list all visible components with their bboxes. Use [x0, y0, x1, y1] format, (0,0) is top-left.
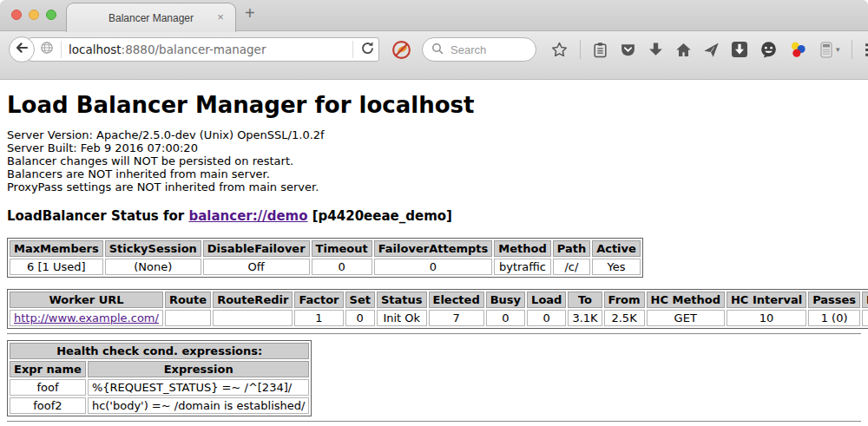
- col-expr-name: Expr name: [10, 361, 86, 377]
- url-host: localhost: [69, 43, 122, 56]
- col-active: Active: [592, 240, 641, 257]
- table-title-row: Health check cond. expressions:: [10, 343, 309, 359]
- video-downloadhelper-icon[interactable]: [789, 41, 807, 59]
- balancer-settings-table: MaxMembers StickySession DisableFailover…: [7, 238, 643, 278]
- tab-title: Balancer Manager: [108, 12, 194, 24]
- table-row: 6 [1 Used] (None) Off 0 0 bytraffic /c/ …: [10, 259, 641, 275]
- table-row: foof %{REQUEST_STATUS} =~ /^[234]/: [10, 379, 309, 396]
- browser-tab[interactable]: Balancer Manager ×: [66, 3, 236, 32]
- hc-interval-value: 10: [727, 310, 806, 326]
- col-path: Path: [553, 240, 590, 257]
- maxmembers-value: 6 [1 Used]: [10, 259, 103, 275]
- from-value: 2.5K: [604, 310, 645, 326]
- balancer-demo-link[interactable]: balancer://demo: [188, 208, 307, 224]
- server-built-line: Server Built: Feb 9 2016 07:00:20: [7, 141, 861, 154]
- search-input[interactable]: [449, 43, 527, 57]
- passes-value: 1 (0): [808, 310, 860, 326]
- factor-value: 1: [294, 310, 343, 326]
- server-version-line: Server Version: Apache/2.5.0-dev (Unix) …: [7, 128, 861, 141]
- col-passes: Passes: [808, 292, 860, 308]
- method-value: bytraffic: [494, 259, 550, 275]
- bookmarks-clipboard-icon[interactable]: [592, 42, 608, 58]
- col-from: From: [604, 292, 645, 308]
- tab-close-icon[interactable]: ×: [214, 10, 227, 24]
- col-route: Route: [165, 292, 211, 308]
- proxypass-notice-line: ProxyPass settings are NOT inherited fro…: [7, 180, 861, 193]
- page-title: Load Balancer Manager for localhost: [7, 92, 861, 118]
- url-bar[interactable]: localhost:8880/balancer-manager: [29, 37, 379, 62]
- col-maxmembers: MaxMembers: [10, 240, 103, 257]
- health-table-title: Health check cond. expressions:: [10, 343, 309, 359]
- page-content: Load Balancer Manager for localhost Serv…: [0, 92, 868, 423]
- route-value: [165, 310, 211, 326]
- download-extension-icon[interactable]: [731, 41, 748, 58]
- table-row: foof2 hc('body') =~ /domain is establish…: [10, 397, 309, 414]
- col-status: Status: [377, 292, 427, 308]
- chevron-down-icon[interactable]: ▾: [836, 45, 840, 54]
- emoji-chat-extension-icon[interactable]: [760, 41, 778, 59]
- failoverattempts-value: 0: [374, 259, 493, 275]
- toolbar-separator: [580, 40, 581, 59]
- routeredir-value: [213, 310, 293, 326]
- col-hc-method: HC Method: [647, 292, 725, 308]
- table-row: http://www.example.com/ 1 0 Init Ok 7 0 …: [10, 310, 868, 326]
- container-extension-icon[interactable]: ▾: [819, 41, 840, 59]
- col-hc-interval: HC Interval: [727, 292, 806, 308]
- expression-value: hc('body') =~ /domain is established/: [88, 397, 310, 414]
- expression-value: %{REQUEST_STATUS} =~ /^[234]/: [88, 379, 310, 396]
- back-arrow-icon: [15, 41, 29, 58]
- hc-method-value: GET: [647, 310, 725, 326]
- status-value: Init Ok: [377, 310, 427, 326]
- reload-icon[interactable]: [360, 41, 375, 59]
- menu-hamburger-icon[interactable]: [864, 42, 868, 58]
- search-bar[interactable]: [422, 37, 536, 62]
- col-elected: Elected: [429, 292, 484, 308]
- status-suffix: [p4420eeae_demo]: [308, 208, 452, 224]
- pocket-icon[interactable]: [620, 42, 636, 58]
- back-button[interactable]: [9, 36, 35, 62]
- table-header-row: Expr name Expression: [10, 361, 309, 377]
- inherit-notice-line: Balancers are NOT inherited from main se…: [7, 167, 861, 180]
- col-disablefailover: DisableFailover: [203, 240, 310, 257]
- downloads-icon[interactable]: [648, 42, 664, 58]
- table-header-row: Worker URL Route RouteRedir Factor Set S…: [10, 292, 868, 308]
- col-load: Load: [527, 292, 566, 308]
- url-path: :8880/balancer-manager: [122, 43, 266, 56]
- health-check-table: Health check cond. expressions: Expr nam…: [7, 340, 312, 416]
- worker-url-link[interactable]: http://www.example.com/: [14, 311, 159, 324]
- minimize-window-button[interactable]: [29, 10, 39, 20]
- status-prefix: LoadBalancer Status for: [7, 208, 188, 224]
- path-value: /c/: [553, 259, 590, 275]
- col-set: Set: [345, 292, 375, 308]
- col-worker-url: Worker URL: [10, 292, 163, 308]
- col-busy: Busy: [486, 292, 525, 308]
- set-value: 0: [345, 310, 375, 326]
- send-plane-icon[interactable]: [703, 42, 720, 58]
- bookmark-star-icon[interactable]: [550, 41, 569, 59]
- worker-status-table: Worker URL Route RouteRedir Factor Set S…: [7, 289, 868, 329]
- expr-name-value: foof: [10, 379, 86, 396]
- elected-value: 7: [429, 310, 484, 326]
- home-icon[interactable]: [675, 42, 692, 58]
- col-timeout: Timeout: [312, 240, 372, 257]
- worker-url-cell: http://www.example.com/: [10, 310, 163, 326]
- url-text: localhost:8880/balancer-manager: [69, 43, 345, 56]
- timeout-value: 0: [312, 259, 372, 275]
- balancer-status-heading: LoadBalancer Status for balancer://demo …: [7, 208, 861, 224]
- close-window-button[interactable]: [11, 10, 22, 20]
- col-routeredir: RouteRedir: [213, 292, 293, 308]
- col-factor: Factor: [294, 292, 343, 308]
- window-controls: [11, 10, 56, 20]
- fails-value: 2 (0): [862, 310, 868, 326]
- content-blocked-icon[interactable]: [391, 40, 411, 60]
- toolbar-separator: [852, 40, 852, 59]
- new-tab-button[interactable]: +: [245, 3, 255, 23]
- search-icon: [431, 42, 444, 58]
- stickysession-value: (None): [105, 259, 201, 275]
- col-method: Method: [494, 240, 550, 257]
- globe-icon: [40, 41, 54, 58]
- zoom-window-button[interactable]: [46, 10, 56, 20]
- expr-name-value: foof2: [10, 397, 86, 414]
- divider: [7, 421, 861, 423]
- active-value: Yes: [592, 259, 641, 275]
